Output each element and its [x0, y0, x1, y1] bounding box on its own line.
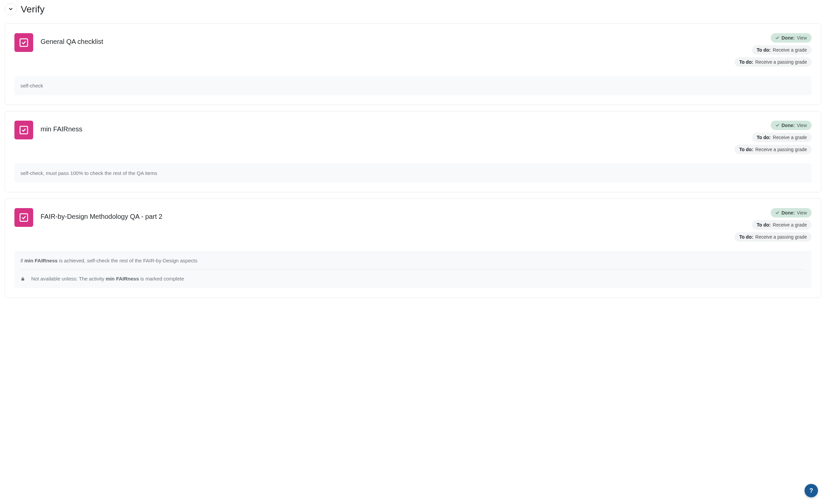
badge-todo-label: To do: — [739, 234, 753, 240]
lock-icon — [20, 276, 25, 281]
restriction-suffix: is marked complete — [139, 276, 184, 281]
description-text: self-check, must pass 100% to check the … — [20, 170, 157, 176]
activity-description: if min FAIRness is achieved, self-check … — [14, 251, 812, 288]
activity-header-row: FAIR-by-Design Methodology QA - part 2 D… — [14, 208, 812, 242]
check-icon — [775, 123, 779, 127]
desc-suffix: is achieved, self-check the rest of the … — [58, 258, 197, 263]
badge-todo-text: Receive a grade — [773, 222, 807, 228]
availability-restriction: Not available unless: The activity min F… — [20, 269, 806, 281]
status-badge-todo: To do: Receive a grade — [752, 45, 812, 55]
activity-card: General QA checklist Done: View To do: R… — [5, 23, 821, 105]
section-header: Verify — [5, 3, 821, 15]
svg-rect-2 — [20, 214, 28, 222]
badge-todo-label: To do: — [757, 222, 771, 228]
svg-rect-0 — [20, 39, 28, 47]
activity-card: FAIR-by-Design Methodology QA - part 2 D… — [5, 198, 821, 298]
status-badge-todo: To do: Receive a grade — [752, 133, 812, 142]
restriction-prefix: Not available unless: The activity — [31, 276, 106, 281]
quiz-icon — [14, 33, 33, 52]
chevron-down-icon — [8, 6, 13, 13]
activity-description: self-check, must pass 100% to check the … — [14, 164, 812, 183]
activity-title-link[interactable]: General QA checklist — [41, 33, 727, 46]
check-icon — [775, 36, 779, 40]
badge-todo-text: Receive a grade — [773, 135, 807, 140]
badge-todo-label: To do: — [757, 47, 771, 53]
badge-todo-label: To do: — [739, 59, 753, 65]
status-badge-done[interactable]: Done: View — [771, 121, 812, 130]
badge-todo-text: Receive a grade — [773, 47, 807, 53]
section-title: Verify — [21, 4, 45, 15]
quiz-icon — [14, 121, 33, 139]
desc-bold: min FAIRness — [24, 258, 58, 263]
svg-rect-1 — [20, 126, 28, 134]
badge-done-label: Done: — [781, 210, 795, 215]
status-badge-done[interactable]: Done: View — [771, 208, 812, 217]
status-badge-todo: To do: Receive a grade — [752, 220, 812, 230]
status-badge-todo: To do: Receive a passing grade — [734, 145, 812, 154]
badge-todo-text: Receive a passing grade — [755, 147, 807, 152]
description-text: if min FAIRness is achieved, self-check … — [20, 258, 197, 263]
activity-title-link[interactable]: FAIR-by-Design Methodology QA - part 2 — [41, 208, 727, 220]
quiz-icon — [14, 208, 33, 227]
badge-done-action: View — [797, 35, 807, 41]
badge-done-action: View — [797, 210, 807, 215]
status-badge-todo: To do: Receive a passing grade — [734, 57, 812, 67]
badge-todo-label: To do: — [757, 135, 771, 140]
status-badges: Done: View To do: Receive a grade To do:… — [734, 208, 812, 242]
status-badge-todo: To do: Receive a passing grade — [734, 232, 812, 242]
restriction-text: Not available unless: The activity min F… — [31, 276, 184, 281]
activity-card: min FAIRness Done: View To do: Receive a… — [5, 111, 821, 192]
restriction-bold: min FAIRness — [106, 276, 139, 281]
activity-description: self-check — [14, 76, 812, 95]
activity-header-row: General QA checklist Done: View To do: R… — [14, 33, 812, 67]
activity-title-link[interactable]: min FAIRness — [41, 121, 727, 133]
status-badge-done[interactable]: Done: View — [771, 33, 812, 43]
collapse-toggle-button[interactable] — [5, 3, 17, 15]
badge-todo-label: To do: — [739, 147, 753, 152]
badge-todo-text: Receive a passing grade — [755, 234, 807, 240]
badge-done-action: View — [797, 123, 807, 128]
desc-prefix: if — [20, 258, 24, 263]
status-badges: Done: View To do: Receive a grade To do:… — [734, 121, 812, 154]
description-text: self-check — [20, 83, 43, 88]
activity-header-row: min FAIRness Done: View To do: Receive a… — [14, 121, 812, 154]
badge-done-label: Done: — [781, 35, 795, 41]
badge-todo-text: Receive a passing grade — [755, 59, 807, 65]
check-icon — [775, 211, 779, 215]
status-badges: Done: View To do: Receive a grade To do:… — [734, 33, 812, 67]
badge-done-label: Done: — [781, 123, 795, 128]
